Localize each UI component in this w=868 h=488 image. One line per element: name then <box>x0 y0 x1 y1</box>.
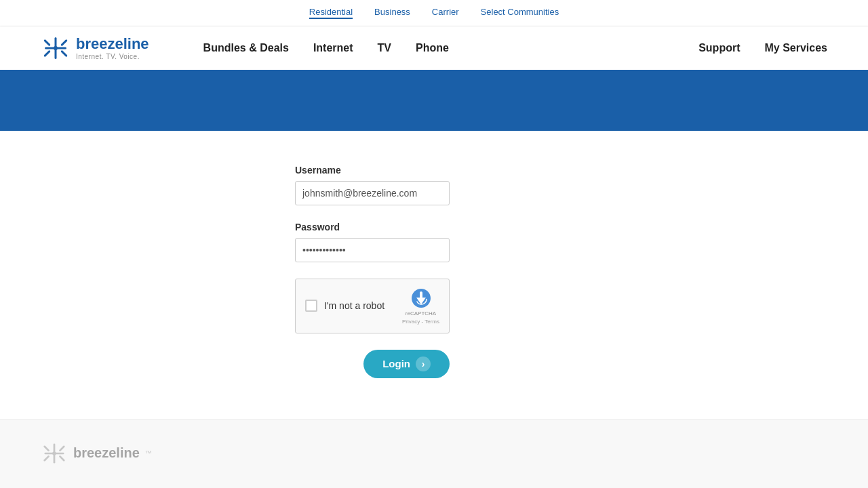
login-area: Username Password I'm not a robot reCAPT… <box>0 131 868 419</box>
blue-banner <box>0 70 868 131</box>
login-form: Username Password I'm not a robot reCAPT… <box>295 165 450 378</box>
captcha-branding: reCAPTCHA <box>406 310 436 317</box>
svg-rect-7 <box>43 50 51 58</box>
svg-rect-3 <box>45 47 56 49</box>
footer-logo-snowflake-icon <box>41 440 68 467</box>
nav-support[interactable]: Support <box>698 42 740 54</box>
topnav-residential[interactable]: Residential <box>309 7 353 19</box>
svg-rect-17 <box>59 455 66 462</box>
captcha-box: I'm not a robot reCAPTCHA Privacy - Term… <box>295 279 450 333</box>
right-nav: Support My Services <box>698 42 827 54</box>
nav-my-services[interactable]: My Services <box>764 42 827 54</box>
logo-name: breezeline <box>76 36 149 52</box>
username-label: Username <box>295 165 450 176</box>
topnav-carrier[interactable]: Carrier <box>432 7 459 19</box>
footer-logo: breezeline ™ <box>41 440 827 467</box>
footer-logo-tm: ™ <box>145 449 152 457</box>
svg-rect-2 <box>55 48 57 59</box>
svg-rect-4 <box>56 47 66 49</box>
login-button[interactable]: Login › <box>363 350 450 378</box>
logo[interactable]: breezeline Internet. TV. Voice. <box>41 33 149 63</box>
password-group: Password <box>295 222 450 262</box>
topnav-business[interactable]: Business <box>374 7 410 19</box>
svg-rect-6 <box>60 39 68 47</box>
svg-rect-8 <box>60 50 68 58</box>
nav-bundles-deals[interactable]: Bundles & Deals <box>203 42 289 54</box>
nav-tv[interactable]: TV <box>378 42 391 54</box>
logo-tagline: Internet. TV. Voice. <box>76 53 149 60</box>
svg-rect-13 <box>54 452 64 454</box>
captcha-left: I'm not a robot <box>305 300 384 312</box>
captcha-label: I'm not a robot <box>324 300 384 311</box>
svg-rect-15 <box>59 445 66 451</box>
captcha-checkbox[interactable] <box>305 300 317 312</box>
captcha-right: reCAPTCHA Privacy - Terms <box>402 287 439 325</box>
svg-rect-1 <box>55 37 57 48</box>
username-group: Username <box>295 165 450 205</box>
password-input[interactable] <box>295 238 450 262</box>
header: breezeline Internet. TV. Voice. Bundles … <box>0 26 868 70</box>
main-nav: Bundles & Deals Internet TV Phone <box>203 42 699 54</box>
nav-internet[interactable]: Internet <box>313 42 353 54</box>
svg-rect-12 <box>44 452 54 454</box>
svg-rect-10 <box>54 443 56 453</box>
password-label: Password <box>295 222 450 232</box>
username-input[interactable] <box>295 181 450 205</box>
footer: breezeline ™ <box>0 419 868 487</box>
top-bar: Residential Business Carrier Select Comm… <box>0 0 868 26</box>
nav-phone[interactable]: Phone <box>416 42 449 54</box>
svg-rect-14 <box>43 445 50 451</box>
login-button-wrap: Login › <box>295 350 450 378</box>
svg-rect-16 <box>43 455 50 462</box>
svg-rect-11 <box>54 453 56 464</box>
recaptcha-icon <box>410 287 432 309</box>
footer-logo-name: breezeline <box>73 445 140 461</box>
login-button-label: Login <box>382 358 410 369</box>
topnav-select-communities[interactable]: Select Communities <box>481 7 559 19</box>
svg-rect-5 <box>43 39 51 47</box>
logo-snowflake-icon <box>41 33 71 63</box>
login-arrow-icon: › <box>416 357 431 371</box>
captcha-links: Privacy - Terms <box>402 319 439 325</box>
